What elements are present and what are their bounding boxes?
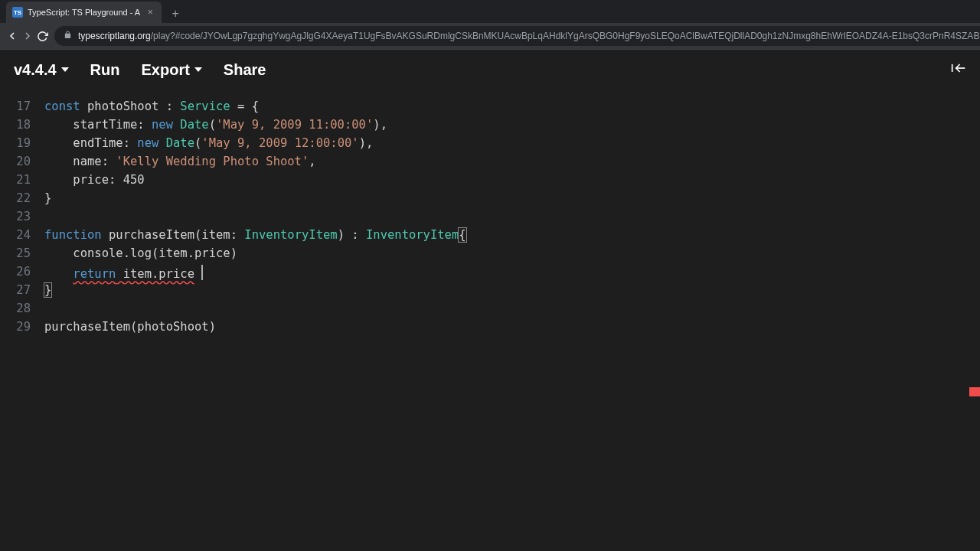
text-cursor	[201, 265, 203, 280]
favicon: TS	[12, 7, 23, 18]
code-line[interactable]: 18 startTime: new Date('May 9, 2009 11:0…	[0, 116, 980, 134]
code-content[interactable]: name: 'Kelly Wedding Photo Shoot',	[44, 152, 316, 171]
editor-scrollbar[interactable]	[971, 49, 980, 551]
line-number: 25	[0, 244, 44, 262]
chevron-down-icon	[194, 67, 202, 72]
code-line[interactable]: 24function purchaseItem(item: InventoryI…	[0, 226, 980, 244]
code-line[interactable]: 29purchaseItem(photoShoot)	[0, 318, 980, 336]
code-content[interactable]: return item.price	[44, 262, 203, 281]
reload-button[interactable]	[37, 26, 48, 46]
line-number: 29	[0, 318, 44, 336]
playground-toolbar: v4.4.4 Run Export Share	[0, 50, 980, 90]
forward-button[interactable]	[21, 26, 34, 46]
code-line[interactable]: 22}	[0, 189, 980, 207]
code-content[interactable]: function purchaseItem(item: InventoryIte…	[44, 226, 466, 244]
export-dropdown[interactable]: Export	[142, 61, 202, 79]
code-line[interactable]: 19 endTime: new Date('May 9, 2009 12:00:…	[0, 134, 980, 152]
code-line[interactable]: 20 name: 'Kelly Wedding Photo Shoot',	[0, 152, 980, 171]
code-editor[interactable]: 17const photoShoot : Service = {18 start…	[0, 90, 980, 336]
code-content[interactable]: }	[44, 281, 51, 299]
share-button[interactable]: Share	[224, 61, 266, 79]
line-number: 27	[0, 281, 44, 299]
close-tab-icon[interactable]: ×	[145, 7, 155, 18]
chevron-down-icon	[61, 67, 69, 72]
url-bar[interactable]: typescriptlang.org/play?#code/JYOwLgp7gz…	[54, 26, 980, 46]
code-content[interactable]: purchaseItem(photoShoot)	[44, 318, 216, 336]
code-content[interactable]: startTime: new Date('May 9, 2009 11:00:0…	[44, 116, 387, 134]
code-content[interactable]: price: 450	[44, 171, 145, 189]
nav-bar: typescriptlang.org/play?#code/JYOwLgp7gz…	[0, 23, 980, 49]
lock-icon	[64, 31, 72, 41]
code-line[interactable]: 28	[0, 299, 980, 318]
code-line[interactable]: 27}	[0, 281, 980, 299]
code-line[interactable]: 26 return item.price	[0, 262, 980, 281]
code-content[interactable]: endTime: new Date('May 9, 2009 12:00:00'…	[44, 134, 373, 152]
error-marker[interactable]	[969, 387, 980, 396]
code-content[interactable]: const photoShoot : Service = {	[44, 97, 259, 116]
line-number: 28	[0, 299, 44, 318]
code-line[interactable]: 21 price: 450	[0, 171, 980, 189]
line-number: 20	[0, 152, 44, 171]
code-line[interactable]: 17const photoShoot : Service = {	[0, 97, 980, 116]
new-tab-button[interactable]: +	[166, 5, 185, 23]
tab-strip: TS TypeScript: TS Playground - A × +	[0, 0, 980, 23]
code-content[interactable]: }	[44, 189, 51, 207]
browser-chrome: TS TypeScript: TS Playground - A × + typ…	[0, 0, 980, 50]
url-text: typescriptlang.org/play?#code/JYOwLgp7gz…	[78, 31, 980, 41]
code-content[interactable]: console.log(item.price)	[44, 244, 237, 262]
back-button[interactable]	[6, 26, 18, 46]
line-number: 23	[0, 207, 44, 226]
version-selector[interactable]: v4.4.4	[14, 61, 69, 79]
line-number: 22	[0, 189, 44, 207]
code-line[interactable]: 25 console.log(item.price)	[0, 244, 980, 262]
line-number: 19	[0, 134, 44, 152]
browser-tab[interactable]: TS TypeScript: TS Playground - A ×	[6, 2, 162, 23]
line-number: 21	[0, 171, 44, 189]
line-number: 18	[0, 116, 44, 134]
line-number: 24	[0, 226, 44, 244]
run-button[interactable]: Run	[90, 61, 120, 79]
collapse-sidebar-icon[interactable]	[951, 62, 966, 78]
tab-title: TypeScript: TS Playground - A	[28, 8, 140, 17]
line-number: 17	[0, 97, 44, 116]
line-number: 26	[0, 262, 44, 281]
code-line[interactable]: 23	[0, 207, 980, 226]
